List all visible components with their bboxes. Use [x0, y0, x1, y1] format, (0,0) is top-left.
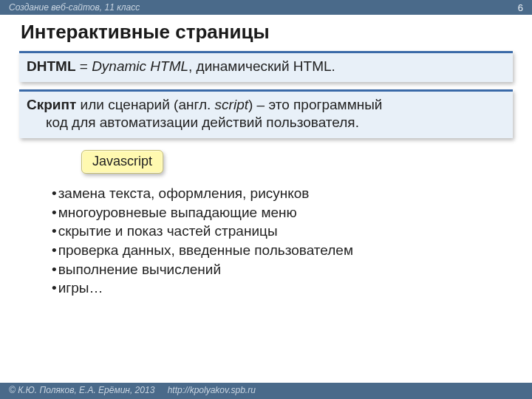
javascript-label: Javascript	[81, 150, 163, 174]
list-item: выполнение вычислений	[52, 260, 532, 279]
script-line1a: или сценарий (англ.	[76, 97, 214, 112]
list-item: проверка данных, введенные пользователем	[52, 241, 532, 260]
definition-box-dhtml: DHTML = Dynamic HTML, динамический HTML.	[19, 51, 513, 82]
list-item: замена текста, оформления, рисунков	[52, 184, 532, 203]
dhtml-term: DHTML	[27, 58, 75, 74]
dhtml-rest: , динамический HTML.	[188, 58, 335, 74]
script-term: Скрипт	[27, 97, 76, 112]
footer-url: http://kpolyakov.spb.ru	[168, 385, 256, 395]
list-item: игры…	[52, 279, 532, 298]
definition-box-script: Скрипт или сценарий (англ. script) – это…	[19, 89, 513, 138]
script-english: script	[215, 97, 248, 112]
footer-copyright: © К.Ю. Поляков, Е.А. Ерёмин, 2013	[9, 385, 154, 395]
list-item: скрытие и показ частей страницы	[52, 222, 532, 241]
dhtml-eq: =	[75, 58, 92, 74]
bullet-list: замена текста, оформления, рисунков мног…	[52, 184, 532, 298]
dhtml-expansion: Dynamic HTML	[92, 58, 188, 74]
list-item: многоуровневые выпадающие меню	[52, 203, 532, 222]
page-title: Интерактивные страницы	[0, 15, 532, 48]
course-label: Создание веб-сайтов, 11 класс	[9, 2, 140, 13]
script-line2: код для автоматизации действий пользоват…	[27, 114, 505, 132]
footer-bar: © К.Ю. Поляков, Е.А. Ерёмин, 2013 http:/…	[0, 383, 532, 399]
page-number: 6	[518, 2, 523, 13]
script-line1b: ) – это программный	[248, 97, 382, 112]
top-bar: Создание веб-сайтов, 11 класс 6	[0, 0, 532, 15]
